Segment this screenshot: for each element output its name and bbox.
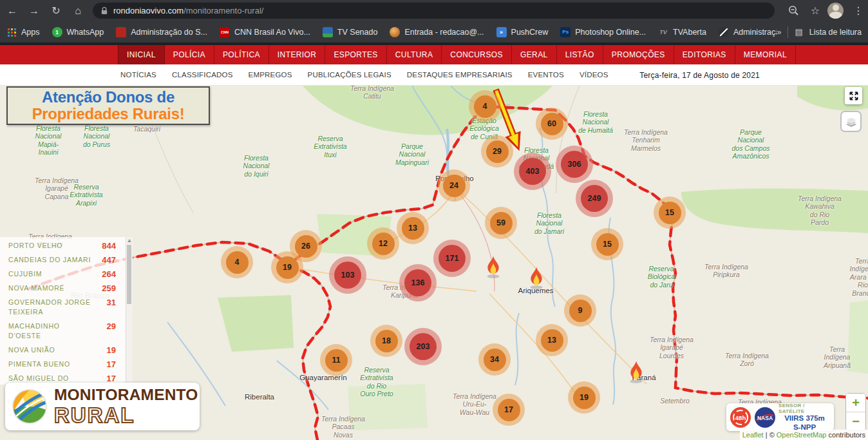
primary-nav-item[interactable]: INTERIOR <box>269 45 326 64</box>
list-scrollbar[interactable] <box>126 237 133 385</box>
city-fire-row[interactable]: NOVA MAMORÉ259 <box>0 283 133 293</box>
browser-menu-button[interactable]: ⋮ <box>849 3 868 19</box>
city-fire-list-panel: PORTO VELHO844CANDEIAS DO JAMARI447CUJUB… <box>0 237 133 385</box>
bookmark-star-button[interactable]: ☆ <box>806 3 825 19</box>
fire-cluster-marker[interactable]: 4 <box>469 90 501 122</box>
bookmark-item[interactable]: 1WhatsApp <box>52 27 104 37</box>
primary-nav-item[interactable]: ESPORTES <box>325 45 386 64</box>
fire-cluster-marker[interactable]: 60 <box>536 108 568 140</box>
secondary-nav-item[interactable]: VÍDEOS <box>580 71 609 79</box>
primary-nav-item[interactable]: PROMOÇÕES <box>603 45 674 64</box>
fire-cluster-marker[interactable]: 15 <box>591 228 623 260</box>
fire-cluster-marker[interactable]: 9 <box>564 294 596 327</box>
cluster-count: 60 <box>541 113 563 135</box>
fire-cluster-marker[interactable]: 171 <box>433 240 471 277</box>
fullscreen-button[interactable] <box>845 87 862 104</box>
primary-nav-item[interactable]: POLÍCIA <box>165 45 214 64</box>
bookmark-item[interactable]: CNNCNN Brasil Ao Vivo... <box>220 27 310 37</box>
fire-cluster-marker[interactable]: 11 <box>320 344 352 376</box>
fire-cluster-marker[interactable]: 18 <box>370 325 402 357</box>
city-fire-row[interactable]: NOVA UNIÃO19 <box>0 345 133 355</box>
secondary-nav-item[interactable]: DESTAQUES EMPRESARIAIS <box>407 71 513 79</box>
forward-button[interactable]: → <box>24 3 44 19</box>
city-fire-row[interactable]: CUJUBIM264 <box>0 269 133 279</box>
bookmark-item[interactable]: Apps <box>6 27 40 37</box>
secondary-nav-item[interactable]: EVENTOS <box>528 71 564 79</box>
scroll-up-icon[interactable] <box>127 239 131 242</box>
bookmarks-overflow-chevron-icon[interactable]: » <box>777 27 781 37</box>
city-name: GOVERNADOR JORGE TEIXEIRA <box>8 298 92 317</box>
city-fire-row[interactable]: PORTO VELHO844 <box>0 241 133 251</box>
bookmark-item[interactable]: Administração do S... <box>116 27 207 37</box>
openstreetmap-link[interactable]: OpenStreetMap <box>777 431 827 439</box>
primary-nav-item[interactable]: LISTÃO <box>557 45 603 64</box>
bookmark-item[interactable]: TV Senado <box>323 27 378 37</box>
primary-nav-item[interactable]: MEMORIAL <box>735 45 796 64</box>
secondary-nav-item[interactable]: NOTÍCIAS <box>120 71 156 79</box>
home-button[interactable]: ⌂ <box>68 3 88 19</box>
fire-cluster-marker[interactable]: 17 <box>493 394 525 426</box>
map-area[interactable]: Terra Indígena CatituFloresta Nacional M… <box>0 86 868 440</box>
scrollbar-thumb[interactable] <box>127 245 131 304</box>
bookmark-item[interactable]: »PushCrew <box>496 27 549 37</box>
fire-cluster-marker[interactable]: 19 <box>568 381 600 414</box>
secondary-nav-item[interactable]: CLASSIFICADOS <box>172 71 233 79</box>
fire-cluster-marker[interactable]: 103 <box>329 256 366 294</box>
fire-cluster-marker[interactable]: 13 <box>536 324 568 356</box>
leaflet-link[interactable]: Leaflet <box>742 431 764 439</box>
layers-button[interactable] <box>840 111 862 132</box>
fire-cluster-marker[interactable]: 203 <box>404 328 442 365</box>
secondary-nav: NOTÍCIASCLASSIFICADOSEMPREGOSPUBLICAÇÕES… <box>0 64 868 86</box>
fire-cluster-marker[interactable]: 19 <box>271 251 303 283</box>
primary-nav-item[interactable]: CULTURA <box>387 45 442 64</box>
bookmark-item[interactable]: TVTVAberta <box>658 27 706 37</box>
zoom-indicator-icon[interactable] <box>784 3 803 19</box>
cluster-count: 19 <box>573 387 596 409</box>
profile-avatar[interactable] <box>827 3 844 19</box>
nasa-logo-text: NASA <box>757 414 773 421</box>
primary-nav-item[interactable]: INICIAL <box>118 45 165 64</box>
fire-cluster-marker[interactable]: 136 <box>399 264 437 301</box>
fire-cluster-marker[interactable]: 4 <box>221 246 253 278</box>
address-bar[interactable]: rondoniaovivo.com/monitoramento-rural/ <box>93 3 775 19</box>
fire-cluster-marker[interactable]: 12 <box>367 227 399 260</box>
bookmark-item[interactable]: Entrada - redacao@... <box>390 27 484 37</box>
cluster-count: 103 <box>334 262 361 289</box>
city-fire-row[interactable]: MACHADINHO D'OESTE29 <box>0 321 133 341</box>
reload-button[interactable]: ↻ <box>46 3 66 19</box>
primary-nav-item[interactable]: GERAL <box>512 45 557 64</box>
fire-cluster-marker[interactable]: 24 <box>438 169 470 202</box>
fire-cluster-marker[interactable]: 13 <box>397 212 429 244</box>
primary-nav-item[interactable]: EDITORIAS <box>674 45 735 64</box>
city-fire-row[interactable]: GOVERNADOR JORGE TEIXEIRA31 <box>0 298 133 317</box>
fire-marker[interactable] <box>484 255 502 282</box>
city-fire-row[interactable]: CANDEIAS DO JAMARI447 <box>0 255 133 265</box>
fire-cluster-marker[interactable]: 34 <box>478 343 511 376</box>
attribution-contributors: contributors <box>826 431 865 439</box>
fire-cluster-marker[interactable]: 306 <box>556 146 593 183</box>
primary-nav-item[interactable]: POLÍTICA <box>214 45 269 64</box>
city-fire-row[interactable]: PIMENTA BUENO17 <box>0 359 133 369</box>
fire-cluster-marker[interactable]: 249 <box>576 180 613 217</box>
secondary-nav-item[interactable]: EMPREGOS <box>249 71 292 79</box>
layers-icon <box>844 115 858 129</box>
reading-list-label[interactable]: Lista de leitura <box>809 28 862 37</box>
primary-nav-item[interactable]: CONCURSOS <box>442 45 512 64</box>
secondary-nav-item[interactable]: PUBLICAÇÕES LEGAIS <box>308 71 392 79</box>
city-name: CANDEIAS DO JAMARI <box>8 255 91 265</box>
map-attribution: Leaflet | © OpenStreetMap contributors <box>740 430 868 440</box>
fire-marker[interactable] <box>527 266 545 292</box>
zoom-out-button[interactable]: − <box>846 412 865 430</box>
bookmark-item[interactable]: Administração do S... <box>719 27 777 37</box>
fire-cluster-marker[interactable]: 403 <box>514 153 551 190</box>
fire-cluster-marker[interactable]: 59 <box>485 207 517 239</box>
fire-marker[interactable] <box>627 360 645 387</box>
back-button[interactable]: ← <box>3 3 22 19</box>
zoom-in-button[interactable]: + <box>846 394 865 412</box>
cluster-count: 15 <box>659 202 681 224</box>
fire-cluster-marker[interactable]: 29 <box>481 135 513 167</box>
photoshop-icon: Ps <box>560 27 571 37</box>
bookmark-item[interactable]: PsPhotoshop Online... <box>560 27 646 37</box>
bookmark-label: TVAberta <box>673 28 706 37</box>
fire-cluster-marker[interactable]: 15 <box>654 196 686 229</box>
